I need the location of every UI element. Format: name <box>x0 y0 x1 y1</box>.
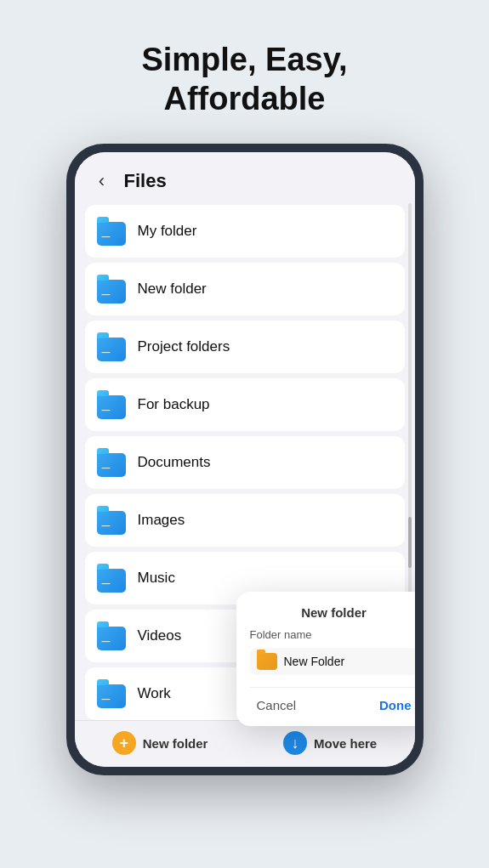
scrollbar-thumb[interactable] <box>408 517 412 568</box>
move-here-icon: ↓ <box>283 731 307 755</box>
folder-icon <box>97 275 126 304</box>
new-folder-dialog: New folder Folder name New Folder Cancel… <box>236 592 415 726</box>
list-item[interactable]: Documents <box>85 436 405 489</box>
dialog-folder-icon <box>257 653 277 670</box>
folder-name: My folder <box>138 223 197 240</box>
dialog-folder-name-label: Folder name <box>250 628 415 641</box>
dialog-title: New folder <box>250 605 415 620</box>
list-item[interactable]: My folder <box>85 205 405 258</box>
list-item[interactable]: For backup <box>85 378 405 431</box>
folder-icon <box>97 564 126 593</box>
folder-icon <box>97 332 126 361</box>
folder-name: Documents <box>138 454 211 471</box>
folder-name: Music <box>138 570 175 587</box>
phone-screen-inner: ‹ Files My folder <box>75 152 415 767</box>
back-chevron-icon: ‹ <box>99 170 105 192</box>
folder-icon <box>97 217 126 246</box>
header-section: Simple, Easy, Affordable <box>0 0 489 144</box>
folder-icon <box>97 448 126 477</box>
files-header: ‹ Files <box>75 152 415 205</box>
dialog-cancel-button[interactable]: Cancel <box>250 695 304 716</box>
folder-name: Videos <box>138 627 182 644</box>
phone-screen: ‹ Files My folder <box>75 152 415 767</box>
folder-icon <box>97 679 126 708</box>
move-here-button[interactable]: ↓ Move here <box>283 731 377 755</box>
folder-name: Project folders <box>138 338 230 355</box>
new-folder-icon: + <box>112 731 136 755</box>
folder-icon <box>97 621 126 650</box>
folder-name: New folder <box>138 281 207 298</box>
folder-name: For backup <box>138 396 210 413</box>
folder-icon <box>97 506 126 535</box>
folder-name: Images <box>138 512 185 529</box>
list-item[interactable]: Project folders <box>85 321 405 373</box>
files-title: Files <box>124 170 167 192</box>
folder-name: Work <box>138 685 171 702</box>
dialog-folder-row[interactable]: New Folder <box>250 648 415 675</box>
dialog-actions: Cancel Done <box>250 687 415 716</box>
phone-mockup: ‹ Files My folder <box>66 144 424 775</box>
phone-wrapper: ‹ Files My folder <box>0 144 489 775</box>
header-title: Simple, Easy, Affordable <box>34 41 455 118</box>
list-item[interactable]: Images <box>85 494 405 547</box>
new-folder-button[interactable]: + New folder <box>112 731 208 755</box>
bottom-bar: + New folder ↓ Move here <box>75 720 415 767</box>
dialog-folder-name-value: New Folder <box>284 655 345 668</box>
dialog-done-button[interactable]: Done <box>372 695 415 716</box>
folder-icon <box>97 390 126 419</box>
back-button[interactable]: ‹ <box>88 167 116 195</box>
list-item[interactable]: New folder <box>85 263 405 315</box>
